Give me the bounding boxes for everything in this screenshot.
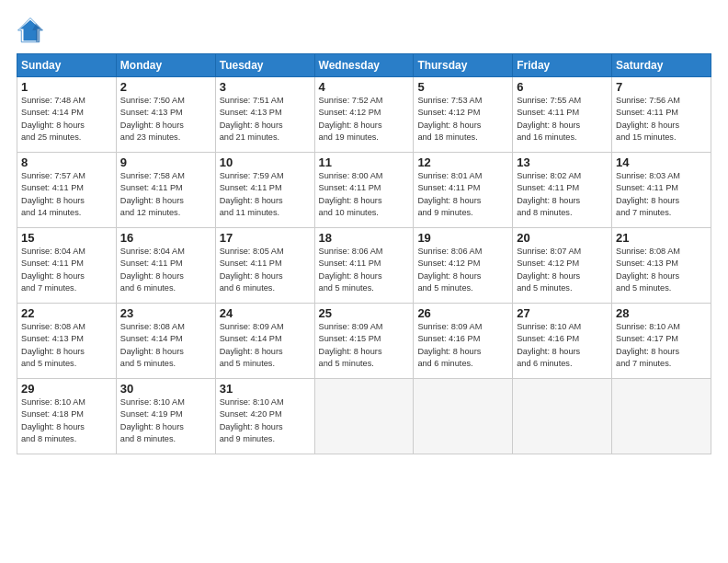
day-number: 21 [616,231,707,245]
day-info: Sunrise: 8:03 AMSunset: 4:11 PMDaylight:… [616,170,707,219]
day-info: Sunrise: 7:55 AMSunset: 4:11 PMDaylight:… [517,95,608,144]
day-cell: 20Sunrise: 8:07 AMSunset: 4:12 PMDayligh… [513,228,612,304]
day-cell: 19Sunrise: 8:06 AMSunset: 4:12 PMDayligh… [414,228,513,304]
day-cell: 15Sunrise: 8:04 AMSunset: 4:11 PMDayligh… [17,228,117,304]
day-cell: 28Sunrise: 8:10 AMSunset: 4:17 PMDayligh… [612,304,711,379]
day-cell: 2Sunrise: 7:50 AMSunset: 4:13 PMDaylight… [116,77,215,153]
weekday-header-monday: Monday [116,54,215,77]
day-info: Sunrise: 8:07 AMSunset: 4:12 PMDaylight:… [517,246,608,294]
day-info: Sunrise: 8:09 AMSunset: 4:16 PMDaylight:… [417,321,508,370]
day-info: Sunrise: 7:57 AMSunset: 4:11 PMDaylight:… [21,170,112,219]
day-cell: 26Sunrise: 8:09 AMSunset: 4:16 PMDayligh… [414,304,513,379]
weekday-header-saturday: Saturday [612,54,711,77]
day-info: Sunrise: 8:10 AMSunset: 4:20 PMDaylight:… [220,396,311,445]
day-cell [314,379,414,454]
day-info: Sunrise: 8:02 AMSunset: 4:11 PMDaylight:… [517,170,608,219]
day-number: 17 [220,231,311,245]
day-number: 24 [220,306,311,320]
day-info: Sunrise: 7:50 AMSunset: 4:13 PMDaylight:… [120,95,211,144]
day-info: Sunrise: 8:08 AMSunset: 4:13 PMDaylight:… [616,246,707,294]
day-cell: 4Sunrise: 7:52 AMSunset: 4:12 PMDaylight… [314,77,414,153]
logo-icon [17,17,44,44]
day-number: 11 [319,155,410,169]
day-number: 15 [21,231,112,245]
day-number: 14 [616,155,707,169]
day-cell: 6Sunrise: 7:55 AMSunset: 4:11 PMDaylight… [513,77,612,153]
day-cell: 29Sunrise: 8:10 AMSunset: 4:18 PMDayligh… [17,379,117,454]
day-info: Sunrise: 8:09 AMSunset: 4:15 PMDaylight:… [319,321,410,370]
day-number: 28 [616,306,707,320]
weekday-header-row: SundayMondayTuesdayWednesdayThursdayFrid… [17,54,711,77]
day-cell: 31Sunrise: 8:10 AMSunset: 4:20 PMDayligh… [215,379,314,454]
day-info: Sunrise: 8:08 AMSunset: 4:14 PMDaylight:… [120,321,211,370]
day-cell: 21Sunrise: 8:08 AMSunset: 4:13 PMDayligh… [612,228,711,304]
day-cell: 3Sunrise: 7:51 AMSunset: 4:13 PMDaylight… [215,77,314,153]
day-cell: 30Sunrise: 8:10 AMSunset: 4:19 PMDayligh… [116,379,215,454]
day-cell: 11Sunrise: 8:00 AMSunset: 4:11 PMDayligh… [314,153,414,228]
week-row-4: 22Sunrise: 8:08 AMSunset: 4:13 PMDayligh… [17,304,711,379]
day-cell: 17Sunrise: 8:05 AMSunset: 4:11 PMDayligh… [215,228,314,304]
day-number: 4 [319,80,410,94]
day-info: Sunrise: 7:53 AMSunset: 4:12 PMDaylight:… [417,95,508,144]
day-cell [414,379,513,454]
day-cell: 1Sunrise: 7:48 AMSunset: 4:14 PMDaylight… [17,77,117,153]
day-cell: 8Sunrise: 7:57 AMSunset: 4:11 PMDaylight… [17,153,117,228]
day-cell: 24Sunrise: 8:09 AMSunset: 4:14 PMDayligh… [215,304,314,379]
day-cell: 9Sunrise: 7:58 AMSunset: 4:11 PMDaylight… [116,153,215,228]
header [17,17,711,44]
day-info: Sunrise: 7:58 AMSunset: 4:11 PMDaylight:… [120,170,211,219]
weekday-header-tuesday: Tuesday [215,54,314,77]
day-number: 29 [21,382,112,396]
day-info: Sunrise: 8:00 AMSunset: 4:11 PMDaylight:… [319,170,410,219]
day-info: Sunrise: 8:04 AMSunset: 4:11 PMDaylight:… [21,246,112,294]
day-info: Sunrise: 8:09 AMSunset: 4:14 PMDaylight:… [220,321,311,370]
day-cell: 10Sunrise: 7:59 AMSunset: 4:11 PMDayligh… [215,153,314,228]
day-number: 3 [220,80,311,94]
day-info: Sunrise: 8:08 AMSunset: 4:13 PMDaylight:… [21,321,112,370]
day-cell: 22Sunrise: 8:08 AMSunset: 4:13 PMDayligh… [17,304,117,379]
day-cell [612,379,711,454]
day-number: 31 [220,382,311,396]
day-number: 6 [517,80,608,94]
day-number: 18 [319,231,410,245]
day-cell: 5Sunrise: 7:53 AMSunset: 4:12 PMDaylight… [414,77,513,153]
day-number: 1 [21,80,112,94]
day-number: 10 [220,155,311,169]
day-number: 5 [417,80,508,94]
day-info: Sunrise: 7:56 AMSunset: 4:11 PMDaylight:… [616,95,707,144]
day-number: 20 [517,231,608,245]
day-number: 9 [120,155,211,169]
weekday-header-wednesday: Wednesday [314,54,414,77]
day-number: 8 [21,155,112,169]
week-row-5: 29Sunrise: 8:10 AMSunset: 4:18 PMDayligh… [17,379,711,454]
day-info: Sunrise: 7:59 AMSunset: 4:11 PMDaylight:… [220,170,311,219]
week-row-3: 15Sunrise: 8:04 AMSunset: 4:11 PMDayligh… [17,228,711,304]
day-number: 2 [120,80,211,94]
day-info: Sunrise: 7:52 AMSunset: 4:12 PMDaylight:… [319,95,410,144]
day-info: Sunrise: 8:06 AMSunset: 4:11 PMDaylight:… [319,246,410,294]
weekday-header-sunday: Sunday [17,54,117,77]
day-info: Sunrise: 7:48 AMSunset: 4:14 PMDaylight:… [21,95,112,144]
day-info: Sunrise: 8:06 AMSunset: 4:12 PMDaylight:… [417,246,508,294]
week-row-1: 1Sunrise: 7:48 AMSunset: 4:14 PMDaylight… [17,77,711,153]
day-number: 25 [319,306,410,320]
day-cell: 18Sunrise: 8:06 AMSunset: 4:11 PMDayligh… [314,228,414,304]
day-info: Sunrise: 8:04 AMSunset: 4:11 PMDaylight:… [120,246,211,294]
day-number: 22 [21,306,112,320]
calendar-table: SundayMondayTuesdayWednesdayThursdayFrid… [17,53,711,454]
day-info: Sunrise: 7:51 AMSunset: 4:13 PMDaylight:… [220,95,311,144]
day-info: Sunrise: 8:05 AMSunset: 4:11 PMDaylight:… [220,246,311,294]
day-cell: 14Sunrise: 8:03 AMSunset: 4:11 PMDayligh… [612,153,711,228]
day-number: 13 [517,155,608,169]
day-cell: 13Sunrise: 8:02 AMSunset: 4:11 PMDayligh… [513,153,612,228]
day-cell: 16Sunrise: 8:04 AMSunset: 4:11 PMDayligh… [116,228,215,304]
day-number: 27 [517,306,608,320]
day-number: 26 [417,306,508,320]
day-info: Sunrise: 8:10 AMSunset: 4:16 PMDaylight:… [517,321,608,370]
weekday-header-friday: Friday [513,54,612,77]
day-number: 12 [417,155,508,169]
day-info: Sunrise: 8:01 AMSunset: 4:11 PMDaylight:… [417,170,508,219]
day-info: Sunrise: 8:10 AMSunset: 4:18 PMDaylight:… [21,396,112,445]
day-number: 19 [417,231,508,245]
day-number: 7 [616,80,707,94]
